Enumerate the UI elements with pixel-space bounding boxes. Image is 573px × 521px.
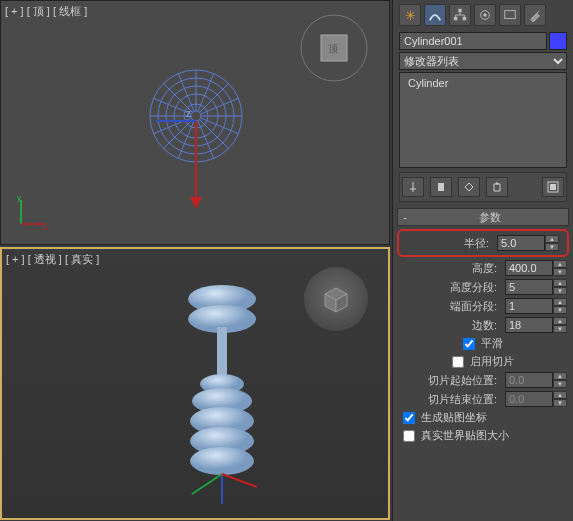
command-panel: ✳ 修改器列表 Cylinder - 参数 半径: ▲ [392, 0, 573, 521]
radius-input[interactable] [497, 235, 545, 251]
modify-tab-icon[interactable] [424, 4, 446, 26]
viewcube-top[interactable]: 顶 [299, 13, 369, 83]
svg-point-37 [190, 447, 254, 475]
pin-stack-icon[interactable] [402, 177, 424, 197]
transform-gizmo[interactable]: z [156, 91, 276, 231]
slice-from-label: 切片起始位置: [399, 373, 501, 388]
sides-label: 边数: [399, 318, 501, 333]
cap-segs-spinner[interactable]: ▲▼ [505, 298, 567, 314]
spin-up-icon[interactable]: ▲ [545, 235, 559, 243]
modifier-list-dropdown[interactable]: 修改器列表 [399, 52, 567, 70]
sides-spinner[interactable]: ▲▼ [505, 317, 567, 333]
spin-down-icon[interactable]: ▼ [553, 287, 567, 295]
cap-segs-label: 端面分段: [399, 299, 501, 314]
height-input[interactable] [505, 260, 553, 276]
gen-map-label: 生成贴图坐标 [421, 410, 487, 425]
height-spinner[interactable]: ▲▼ [505, 260, 567, 276]
real-world-label: 真实世界贴图大小 [421, 428, 509, 443]
svg-line-40 [222, 474, 257, 487]
spin-down-icon: ▼ [553, 380, 567, 388]
spin-up-icon[interactable]: ▲ [553, 317, 567, 325]
show-end-result-icon[interactable] [430, 177, 452, 197]
display-tab-icon[interactable] [499, 4, 521, 26]
object-name-input[interactable] [399, 32, 547, 50]
cap-segs-input[interactable] [505, 298, 553, 314]
scene-object [167, 279, 277, 509]
utilities-tab-icon[interactable] [524, 4, 546, 26]
spin-up-icon: ▲ [553, 391, 567, 399]
svg-line-39 [192, 474, 222, 494]
create-tab-icon[interactable]: ✳ [399, 4, 421, 26]
modifier-stack[interactable]: Cylinder [399, 72, 567, 168]
height-label: 高度: [399, 261, 501, 276]
spin-up-icon[interactable]: ▲ [553, 279, 567, 287]
spin-up-icon[interactable]: ▲ [553, 298, 567, 306]
svg-point-45 [483, 13, 487, 17]
spin-down-icon[interactable]: ▼ [553, 306, 567, 314]
height-segs-label: 高度分段: [399, 280, 501, 295]
svg-rect-41 [458, 9, 462, 13]
spin-up-icon: ▲ [553, 372, 567, 380]
height-segs-input[interactable] [505, 279, 553, 295]
sides-input[interactable] [505, 317, 553, 333]
svg-rect-42 [454, 17, 458, 21]
slice-to-spinner[interactable]: ▲▼ [505, 391, 567, 407]
remove-modifier-icon[interactable] [486, 177, 508, 197]
rollup-title: 参数 [412, 210, 568, 225]
viewport-top-label[interactable]: [ + ] [ 顶 ] [ 线框 ] [5, 4, 87, 19]
spin-down-icon[interactable]: ▼ [553, 268, 567, 276]
svg-text:x: x [43, 223, 47, 232]
viewport-top[interactable]: [ + ] [ 顶 ] [ 线框 ] z [0, 0, 390, 245]
stack-item-cylinder[interactable]: Cylinder [408, 77, 558, 89]
slice-on-checkbox[interactable] [452, 356, 464, 368]
viewport-perspective[interactable]: [ + ] [ 透视 ] [ 真实 ] [0, 247, 390, 520]
svg-text:z: z [186, 108, 191, 119]
slice-from-spinner[interactable]: ▲▼ [505, 372, 567, 388]
configure-sets-icon[interactable] [542, 177, 564, 197]
svg-rect-46 [505, 11, 516, 19]
axis-tripod-icon: y x [13, 192, 53, 232]
object-color-swatch[interactable] [549, 32, 567, 50]
spin-up-icon[interactable]: ▲ [553, 260, 567, 268]
svg-marker-16 [190, 197, 202, 209]
height-segs-spinner[interactable]: ▲▼ [505, 279, 567, 295]
radius-label: 半径: [407, 236, 493, 251]
svg-rect-47 [438, 183, 444, 191]
smooth-checkbox[interactable] [463, 338, 475, 350]
stack-toolbar [399, 172, 567, 202]
motion-tab-icon[interactable] [474, 4, 496, 26]
spin-down-icon[interactable]: ▼ [545, 243, 559, 251]
viewport-persp-label[interactable]: [ + ] [ 透视 ] [ 真实 ] [6, 252, 99, 267]
real-world-checkbox[interactable] [403, 430, 415, 442]
slice-from-input [505, 372, 553, 388]
radius-spinner[interactable]: ▲▼ [497, 235, 559, 251]
slice-to-label: 切片结束位置: [399, 392, 501, 407]
svg-rect-43 [463, 17, 467, 21]
svg-rect-49 [550, 184, 556, 190]
radius-highlight: 半径: ▲▼ [397, 229, 569, 257]
smooth-label: 平滑 [481, 336, 503, 351]
gen-map-checkbox[interactable] [403, 412, 415, 424]
svg-text:y: y [17, 193, 21, 202]
slice-on-label: 启用切片 [470, 354, 514, 369]
command-panel-tabs: ✳ [393, 0, 573, 30]
spin-down-icon: ▼ [553, 399, 567, 407]
spin-down-icon[interactable]: ▼ [553, 325, 567, 333]
viewcube-perspective[interactable] [304, 267, 368, 331]
svg-rect-32 [217, 327, 227, 377]
slice-to-input [505, 391, 553, 407]
svg-text:顶: 顶 [328, 43, 338, 54]
params-rollup-header[interactable]: - 参数 [397, 208, 569, 226]
make-unique-icon[interactable] [458, 177, 480, 197]
rollup-toggle-icon[interactable]: - [398, 211, 412, 223]
hierarchy-tab-icon[interactable] [449, 4, 471, 26]
